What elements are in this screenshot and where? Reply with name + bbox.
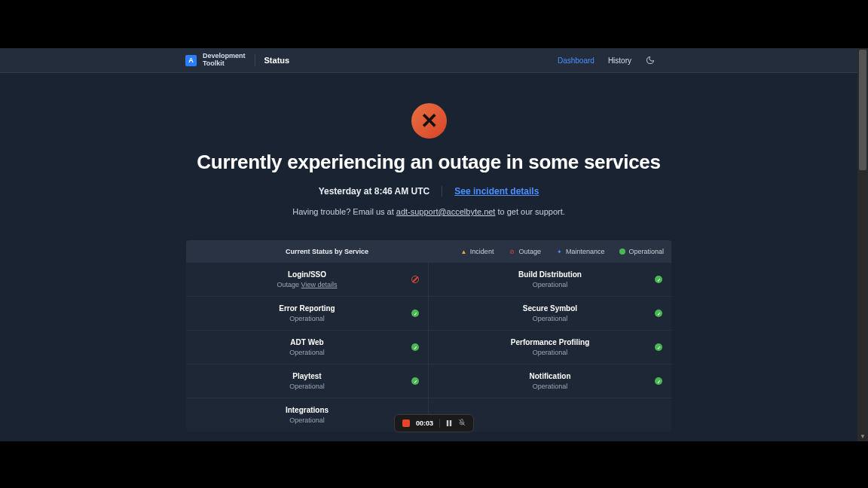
service-cell: Integrations Operational (186, 398, 429, 432)
deny-icon: ⊘ (509, 249, 515, 255)
record-timer: 00:03 (416, 419, 433, 427)
support-text: Having trouble? Email us at adt-support@… (0, 207, 857, 216)
service-cell: ADT Web Operational (186, 331, 429, 364)
service-name: Integrations (194, 406, 420, 414)
main-content: ✕ Currently experiencing an outage in so… (0, 73, 857, 441)
nav-history[interactable]: History (608, 56, 631, 65)
status-panel: Current Status by Service ▲ Incident ⊘ O… (186, 240, 671, 432)
service-name: Build Distribution (436, 270, 664, 279)
scrollbar[interactable]: ▲ ▼ (857, 48, 868, 441)
service-status: Operational (436, 383, 664, 390)
legend-maintenance: ✦ Maintenance (556, 248, 605, 255)
incident-timestamp: Yesterday at 8:46 AM UTC (319, 186, 430, 197)
service-cell: Notification Operational (429, 364, 671, 398)
logo-text: Development Toolkit (203, 53, 246, 68)
view-details-link[interactable]: View details (301, 281, 338, 288)
service-status: Outage View details (194, 281, 420, 288)
service-status: Operational (194, 315, 420, 322)
service-status: Operational (194, 349, 420, 356)
service-status: Operational (436, 349, 664, 356)
legend-operational: Operational (619, 248, 664, 255)
services-grid: Login/SSO Outage View details Build Dist… (186, 263, 671, 432)
legend-incident: ▲ Incident (460, 248, 494, 255)
outage-hero-icon: ✕ (411, 103, 447, 139)
support-email-link[interactable]: adt-support@accelbyte.net (396, 207, 496, 216)
pause-icon (446, 420, 452, 426)
service-name: Performance Profiling (436, 338, 664, 346)
operational-icon (655, 377, 662, 385)
mic-off-icon (458, 419, 466, 426)
svg-rect-1 (450, 420, 451, 426)
service-name: Notification (436, 372, 664, 380)
outage-icon (411, 276, 419, 283)
service-cell: Performance Profiling Operational (429, 331, 671, 364)
service-status: Operational (194, 383, 420, 390)
service-status: Operational (436, 281, 664, 288)
service-name: Playtest (194, 372, 420, 380)
operational-icon (411, 310, 419, 317)
screen-recorder-widget[interactable]: 00:03 (394, 414, 474, 432)
nav-divider (255, 54, 255, 66)
service-name: Error Reporting (194, 304, 420, 313)
scroll-down-arrow[interactable]: ▼ (857, 431, 868, 441)
recorder-divider (439, 419, 440, 428)
operational-icon (411, 377, 419, 385)
service-status: Operational (436, 315, 664, 322)
panel-header: Current Status by Service ▲ Incident ⊘ O… (186, 240, 671, 263)
warning-icon: ▲ (460, 249, 467, 255)
service-cell: Playtest Operational (186, 364, 429, 398)
viewport: A Development Toolkit Status Dashboard H… (0, 48, 868, 441)
wrench-icon: ✦ (556, 249, 563, 255)
mute-mic-button[interactable] (458, 419, 466, 428)
pause-button[interactable] (446, 419, 452, 428)
service-cell: Build Distribution Operational (429, 263, 671, 297)
status-legend: ▲ Incident ⊘ Outage ✦ Maintenance (460, 248, 664, 255)
logo-badge[interactable]: A (185, 55, 197, 66)
check-icon (619, 249, 625, 255)
service-name: Login/SSO (194, 270, 420, 279)
incident-details-link[interactable]: See incident details (454, 186, 539, 197)
service-status: Operational (194, 416, 420, 424)
nav-dashboard[interactable]: Dashboard (558, 56, 594, 65)
operational-icon (655, 343, 662, 351)
operational-icon (655, 310, 662, 317)
legend-outage: ⊘ Outage (509, 248, 541, 255)
service-cell: Secure Symbol Operational (429, 297, 671, 331)
operational-icon (655, 276, 662, 283)
timestamp-divider (442, 186, 442, 197)
svg-rect-0 (447, 420, 448, 426)
service-cell: Login/SSO Outage View details (186, 263, 429, 297)
service-name: ADT Web (194, 338, 420, 346)
moon-icon (646, 56, 655, 65)
theme-toggle-button[interactable] (645, 55, 656, 66)
scrollbar-thumb[interactable] (859, 50, 866, 170)
outage-headline: Currently experiencing an outage in some… (0, 151, 857, 174)
record-indicator-icon (402, 419, 410, 427)
page-title: Status (264, 56, 290, 65)
letterbox-bottom (0, 441, 868, 488)
operational-icon (411, 343, 419, 351)
letterbox-top (0, 0, 868, 48)
panel-header-title: Current Status by Service (194, 248, 460, 255)
service-name: Secure Symbol (436, 304, 664, 313)
navbar: A Development Toolkit Status Dashboard H… (0, 48, 857, 73)
service-cell: Error Reporting Operational (186, 297, 429, 331)
